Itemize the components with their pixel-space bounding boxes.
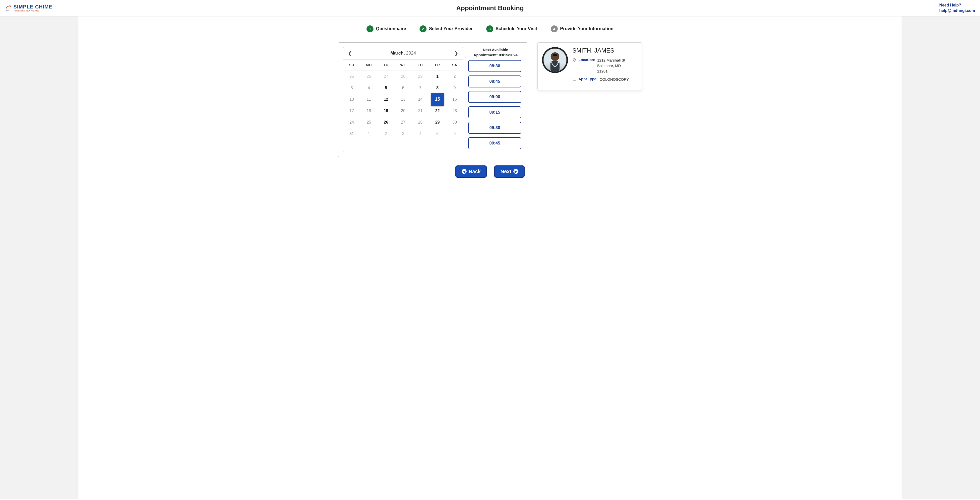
calendar-day[interactable]: 8 bbox=[429, 82, 446, 94]
calendar-day[interactable]: 3 bbox=[343, 82, 360, 94]
logo-swoosh-icon bbox=[5, 5, 12, 11]
calendar-day[interactable]: 12 bbox=[377, 94, 395, 105]
provider-card: SMITH, JAMES Location: 1212 Marshall St … bbox=[537, 42, 642, 90]
calendar-day[interactable]: 24 bbox=[343, 116, 360, 128]
calendar-day[interactable]: 9 bbox=[446, 82, 463, 94]
content-panel: 1Questionnaire2Select Your Provider3Sche… bbox=[78, 16, 902, 499]
calendar-day: 2 bbox=[377, 128, 395, 140]
stepper: 1Questionnaire2Select Your Provider3Sche… bbox=[78, 25, 902, 32]
svg-rect-10 bbox=[573, 78, 576, 81]
calendar-dow-row: SUMOTUWETHFRSA bbox=[343, 59, 463, 71]
calendar-day[interactable]: 29 bbox=[429, 116, 446, 128]
calendar-day[interactable]: 5 bbox=[377, 82, 395, 94]
calendar-icon bbox=[573, 77, 576, 82]
chevron-left-icon: ◀ bbox=[461, 169, 466, 174]
calendar-day[interactable]: 7 bbox=[412, 82, 429, 94]
calendar-day: 27 bbox=[377, 71, 395, 82]
step-badge: 2 bbox=[420, 25, 426, 32]
calendar-day[interactable]: 1 bbox=[429, 71, 446, 82]
location-pin-icon bbox=[573, 58, 576, 63]
calendar-day[interactable]: 6 bbox=[395, 82, 412, 94]
calendar: ❮ March, 2024 ❯ SUMOTUWETHFRSA 252627282… bbox=[343, 47, 463, 152]
help-prompt: Need Help? bbox=[939, 3, 975, 8]
step-label: Questionnaire bbox=[376, 26, 406, 31]
timeslot-button[interactable]: 08:45 bbox=[468, 75, 521, 88]
calendar-day[interactable]: 28 bbox=[412, 116, 429, 128]
calendar-header: ❮ March, 2024 ❯ bbox=[343, 47, 463, 59]
calendar-day[interactable]: 4 bbox=[360, 82, 377, 94]
appt-type-value: COLONOSCOPY bbox=[600, 77, 629, 82]
calendar-day-selected[interactable]: 15 bbox=[431, 93, 444, 106]
calendar-dow: MO bbox=[360, 59, 377, 70]
back-button-label: Back bbox=[469, 169, 480, 174]
calendar-dow: FR bbox=[429, 59, 446, 70]
calendar-day[interactable]: 21 bbox=[412, 105, 429, 116]
chevron-right-icon: ▶ bbox=[514, 169, 519, 174]
timeslot-button[interactable]: 09:30 bbox=[468, 122, 521, 134]
calendar-day[interactable]: 11 bbox=[360, 94, 377, 105]
timeslots-title-line2: Appointment: 03/15/2024 bbox=[468, 52, 523, 57]
calendar-row: 31123456 bbox=[343, 128, 463, 140]
calendar-day[interactable]: 16 bbox=[446, 94, 463, 105]
svg-point-9 bbox=[574, 59, 575, 60]
calendar-day[interactable]: 26 bbox=[377, 116, 395, 128]
calendar-row: 3456789 bbox=[343, 82, 463, 94]
calendar-day: 1 bbox=[360, 128, 377, 140]
help-email[interactable]: help@mdhngi.com bbox=[939, 8, 975, 13]
step-4: 4Provide Your Information bbox=[551, 25, 614, 32]
svg-point-4 bbox=[8, 11, 9, 11]
nav-buttons: ◀ Back Next ▶ bbox=[78, 166, 902, 178]
calendar-next-button[interactable]: ❯ bbox=[453, 50, 459, 56]
calendar-dow: TU bbox=[377, 59, 395, 70]
calendar-day[interactable]: 22 bbox=[429, 105, 446, 116]
next-button[interactable]: Next ▶ bbox=[494, 166, 524, 178]
calendar-month-label: March, 2024 bbox=[390, 51, 416, 56]
calendar-day[interactable]: 20 bbox=[395, 105, 412, 116]
step-badge: 4 bbox=[551, 25, 558, 32]
calendar-day[interactable]: 27 bbox=[395, 116, 412, 128]
timeslot-button[interactable]: 08:30 bbox=[468, 60, 521, 72]
calendar-month: March, bbox=[390, 51, 405, 56]
calendar-dow: WE bbox=[395, 59, 412, 70]
calendar-row: 17181920212223 bbox=[343, 105, 463, 116]
calendar-row: 10111213141516 bbox=[343, 94, 463, 105]
provider-name: SMITH, JAMES bbox=[573, 47, 636, 54]
timeslots-title: Next Available Appointment: 03/15/2024 bbox=[468, 47, 523, 57]
step-3: 3Schedule Your Visit bbox=[486, 25, 537, 32]
svg-point-5 bbox=[551, 52, 560, 61]
address-line2: Baltimore, MD bbox=[597, 63, 625, 68]
calendar-day[interactable]: 17 bbox=[343, 105, 360, 116]
calendar-day[interactable]: 31 bbox=[343, 128, 360, 140]
back-button[interactable]: ◀ Back bbox=[455, 166, 487, 178]
timeslot-button[interactable]: 09:45 bbox=[468, 137, 521, 149]
avatar-image bbox=[544, 49, 566, 72]
calendar-day: 6 bbox=[446, 128, 463, 140]
svg-point-1 bbox=[7, 10, 7, 11]
calendar-day[interactable]: 2 bbox=[446, 71, 463, 82]
calendar-day[interactable]: 25 bbox=[360, 116, 377, 128]
timeslot-button[interactable]: 09:15 bbox=[468, 107, 521, 118]
calendar-day[interactable]: 13 bbox=[395, 94, 412, 105]
calendar-day[interactable]: 19 bbox=[377, 105, 395, 116]
calendar-day[interactable]: 30 bbox=[446, 116, 463, 128]
svg-point-8 bbox=[557, 62, 559, 63]
step-label: Schedule Your Visit bbox=[496, 26, 537, 31]
calendar-row: 252627282912 bbox=[343, 71, 463, 82]
logo-text: SIMPLE CHIME bbox=[13, 4, 52, 9]
calendar-row: 24252627282930 bbox=[343, 116, 463, 128]
top-bar: SIMPLE CHIME Text Enable Your Practice A… bbox=[0, 0, 980, 16]
calendar-prev-button[interactable]: ❮ bbox=[347, 50, 353, 56]
calendar-day: 29 bbox=[412, 71, 429, 82]
calendar-day[interactable]: 10 bbox=[343, 94, 360, 105]
svg-rect-6 bbox=[553, 54, 557, 56]
timeslots-scroll[interactable]: 08:3008:4509:0009:1509:3009:45 bbox=[468, 60, 523, 152]
calendar-day[interactable]: 14 bbox=[412, 94, 429, 105]
page-background: 1Questionnaire2Select Your Provider3Sche… bbox=[0, 16, 980, 499]
logo-tagline: Text Enable Your Practice bbox=[13, 10, 52, 12]
calendar-day[interactable]: 18 bbox=[360, 105, 377, 116]
step-2: 2Select Your Provider bbox=[420, 25, 473, 32]
timeslot-button[interactable]: 09:00 bbox=[468, 91, 521, 103]
calendar-day[interactable]: 15 bbox=[429, 94, 446, 105]
calendar-day[interactable]: 23 bbox=[446, 105, 463, 116]
calendar-day: 4 bbox=[412, 128, 429, 140]
